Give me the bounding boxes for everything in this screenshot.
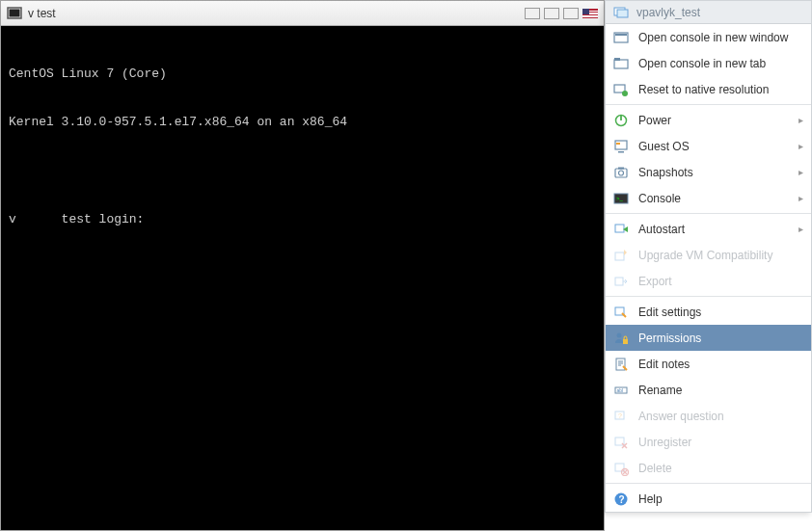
svg-rect-1 [10, 9, 20, 16]
menu-upgrade-vm: Upgrade VM Compatibility [606, 242, 811, 268]
window-button-2[interactable] [544, 8, 559, 19]
resolution-icon [613, 82, 629, 97]
menu-label: Rename [638, 384, 682, 397]
svg-rect-6 [614, 60, 628, 68]
svg-rect-15 [615, 169, 627, 177]
question-icon: ? [613, 409, 629, 424]
svg-text:>_: >_ [616, 196, 624, 201]
menu-autostart[interactable]: Autostart [606, 216, 811, 242]
menu-label: Delete [638, 462, 672, 475]
upgrade-icon [613, 248, 629, 263]
svg-rect-3 [617, 10, 628, 17]
svg-rect-26 [623, 339, 628, 344]
menu-rename[interactable]: abl Rename [606, 377, 811, 403]
svg-rect-5 [615, 34, 627, 36]
menu-header: vpavlyk_test [606, 1, 811, 24]
terminal-login-prompt: v test login: [9, 212, 596, 228]
menu-power[interactable]: Power [606, 107, 811, 133]
menu-help[interactable]: ? Help [606, 486, 811, 512]
menu-label: Open console in new tab [638, 57, 766, 70]
delete-icon [613, 461, 629, 476]
menu-separator [606, 104, 811, 105]
console-submenu-icon: >_ [613, 191, 629, 206]
menu-guest-os[interactable]: Guest OS [606, 133, 811, 159]
console-window: v test CentOS Linux 7 (Core) Kernel 3.10… [0, 0, 605, 531]
terminal-line: CentOS Linux 7 (Core) [9, 66, 596, 83]
snapshots-icon [613, 165, 629, 180]
menu-unregister: Unregister [606, 429, 811, 455]
menu-label: Power [638, 114, 671, 127]
notes-icon [613, 357, 629, 372]
menu-label: Unregister [638, 436, 691, 449]
svg-point-9 [622, 91, 628, 96]
menu-label: Edit settings [638, 305, 701, 319]
menu-label: Autostart [638, 223, 685, 236]
menu-open-console-new-tab[interactable]: Open console in new tab [606, 50, 811, 76]
window-button-1[interactable] [525, 8, 540, 19]
help-icon: ? [613, 491, 629, 507]
keyboard-layout-flag-icon[interactable] [582, 9, 598, 18]
svg-point-16 [619, 171, 624, 175]
svg-rect-12 [615, 141, 627, 149]
menu-label: Guest OS [638, 140, 690, 153]
menu-delete: Delete [606, 455, 811, 481]
vm-icon [613, 5, 629, 20]
menu-label: Upgrade VM Compatibility [638, 249, 772, 262]
unregister-icon [613, 435, 629, 450]
menu-edit-notes[interactable]: Edit notes [606, 351, 811, 377]
rename-icon: abl [613, 383, 629, 398]
menu-label: Open console in new window [638, 31, 788, 44]
settings-icon [613, 305, 629, 320]
svg-point-25 [617, 332, 622, 337]
menu-separator [606, 296, 811, 297]
menu-separator [606, 483, 811, 484]
svg-rect-7 [614, 58, 620, 61]
menu-label: Permissions [638, 332, 701, 345]
console-icon [7, 6, 22, 21]
window-button-3[interactable] [563, 8, 579, 19]
window-title: v test [28, 7, 56, 20]
power-icon [613, 113, 629, 128]
menu-label: Reset to native resolution [638, 83, 769, 96]
export-icon [613, 274, 629, 289]
terminal-line: Kernel 3.10.0-957.5.1.el7.x86_64 on an x… [9, 115, 596, 131]
autostart-icon [613, 222, 629, 237]
menu-label: Export [638, 275, 672, 288]
svg-rect-22 [615, 252, 624, 260]
context-menu: vpavlyk_test Open console in new window … [605, 0, 812, 513]
svg-rect-17 [618, 167, 624, 169]
menu-reset-resolution[interactable]: Reset to native resolution [606, 76, 811, 102]
guest-os-icon [613, 139, 629, 154]
title-bar: v test [1, 1, 604, 26]
menu-label: Edit notes [638, 358, 690, 371]
terminal-content[interactable]: CentOS Linux 7 (Core) Kernel 3.10.0-957.… [1, 26, 604, 269]
svg-text:?: ? [619, 494, 625, 505]
menu-answer-question: ? Answer question [606, 403, 811, 429]
svg-rect-14 [616, 143, 620, 145]
svg-rect-20 [615, 225, 624, 232]
menu-header-label: vpavlyk_test [636, 6, 700, 19]
svg-text:?: ? [618, 412, 622, 419]
console-tab-icon [613, 56, 629, 71]
svg-rect-23 [615, 278, 623, 285]
svg-text:abl: abl [617, 387, 624, 393]
menu-open-console-new-window[interactable]: Open console in new window [606, 24, 811, 50]
menu-snapshots[interactable]: Snapshots [606, 159, 811, 185]
menu-export: Export [606, 268, 811, 294]
menu-edit-settings[interactable]: Edit settings [606, 299, 811, 325]
svg-rect-27 [616, 358, 625, 370]
console-window-icon [613, 30, 629, 45]
menu-separator [606, 213, 811, 214]
svg-rect-13 [618, 151, 624, 153]
menu-console[interactable]: >_ Console [606, 185, 811, 211]
menu-label: Console [638, 192, 681, 205]
menu-label: Answer question [638, 410, 724, 423]
permissions-icon [613, 331, 629, 346]
menu-permissions[interactable]: Permissions [606, 325, 811, 351]
menu-label: Snapshots [638, 166, 693, 179]
menu-label: Help [638, 492, 663, 506]
